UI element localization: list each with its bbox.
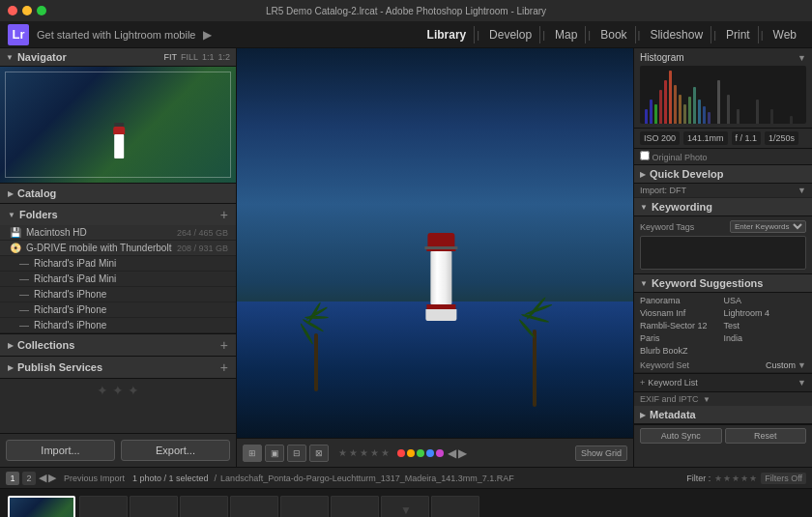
filter-star-4[interactable]: ★ [740,474,748,483]
survey-view-button[interactable]: ⊠ [309,445,329,462]
histogram-triangle[interactable]: ▼ [798,53,806,63]
folder-iphone-2[interactable]: — Richard's iPhone [0,302,236,318]
catalog-header[interactable]: ▶ Catalog [0,184,236,203]
histogram-header: Histogram ▼ [640,52,806,63]
filter-star-1[interactable]: ★ [714,474,722,483]
traffic-lights[interactable] [8,6,46,15]
original-photo-checkbox[interactable] [640,151,650,160]
navigator-header[interactable]: ▼ Navigator FIT FILL 1:1 1:2 [0,48,236,67]
keyword-tags-area[interactable] [640,236,806,270]
star-4[interactable]: ★ [370,447,379,458]
filter-star-2[interactable]: ★ [723,474,731,483]
folder-ipad-1[interactable]: — Richard's iPad Mini [0,256,236,272]
status-num-2[interactable]: 2 [22,472,36,485]
kw-test[interactable]: Test [724,320,807,331]
tab-book[interactable]: Book [593,26,635,43]
kw-paris[interactable]: Paris [640,332,723,344]
tab-print[interactable]: Print [718,26,759,43]
color-red[interactable] [397,449,405,457]
status-prev-arrow[interactable]: ◀ [39,472,46,484]
grid-view-button[interactable]: ⊞ [243,445,262,462]
publish-add-button[interactable]: + [220,360,228,374]
film-mini-6[interactable] [331,496,379,517]
film-mini-8[interactable] [431,496,479,517]
film-mini-5[interactable] [280,496,329,517]
next-arrow[interactable]: ▶ [458,446,467,460]
prev-arrow[interactable]: ◀ [448,446,456,460]
folder-macintosh-hd[interactable]: 💾 Macintosh HD 264 / 465 GB [0,225,236,241]
exif-edit-dropdown[interactable]: ▼ [703,395,710,404]
hist-bar-green-1 [654,104,657,124]
nav-fit[interactable]: FIT [163,52,177,62]
keyword-list-tab[interactable]: + Keyword List ▼ [634,374,812,391]
folders-header[interactable]: ▼ Folders + [0,204,236,225]
kw-lightroom4[interactable]: Lightroom 4 [724,307,807,319]
maximize-button[interactable] [37,6,46,15]
nav-fill[interactable]: FILL [181,52,198,62]
folder-iphone-3[interactable]: — Richard's iPhone [0,318,236,333]
navigator-preview[interactable] [0,67,236,183]
nav-1to1[interactable]: 1:1 [202,52,215,62]
collections-add-button[interactable]: + [220,338,228,352]
main-photo-area[interactable] [237,48,633,438]
color-green[interactable] [417,449,424,457]
tab-library[interactable]: Library [420,26,476,43]
kw-viosnam[interactable]: Viosnam Inf [640,307,723,319]
film-mini-3[interactable] [180,496,228,517]
qd-triangle: ▶ [640,170,646,179]
film-mini-1[interactable] [79,496,128,517]
film-mini-4[interactable] [230,496,278,517]
tab-map[interactable]: Map [547,26,586,43]
folder-ipad-2[interactable]: — Richard's iPad Mini [0,272,236,287]
keyword-suggestions-header[interactable]: ▼ Keyword Suggestions [634,274,812,293]
status-num-1[interactable]: 1 [6,472,19,485]
color-yellow[interactable] [407,449,415,457]
kw-usa[interactable]: USA [724,295,807,306]
quick-develop-header[interactable]: ▶ Quick Develop [634,165,812,184]
tab-slideshow[interactable]: Slideshow [642,26,711,43]
star-3[interactable]: ★ [360,447,368,458]
color-purple[interactable] [436,449,444,457]
collections-header[interactable]: ▶ Collections + [0,334,236,356]
kw-blurb[interactable]: Blurb BookZ [640,345,723,357]
minimize-button[interactable] [22,6,32,15]
color-blue[interactable] [426,449,434,457]
keywording-header[interactable]: ▼ Keywording [634,198,812,216]
filter-star-3[interactable]: ★ [732,474,740,483]
nav-1to2[interactable]: 1:2 [218,52,230,62]
kw-rambli[interactable]: Rambli-Sector 12 [640,320,723,331]
compare-view-button[interactable]: ⊟ [287,445,306,462]
folder-gdrive[interactable]: 📀 G-DRIVE mobile with Thunderbolt 208 / … [0,241,236,256]
metadata-header[interactable]: ▶ Metadata [634,406,812,424]
title-bar: LR5 Demo Catalog-2.lrcat - Adobe Photosh… [0,0,812,21]
hist-bar-white-4 [756,100,759,124]
folder-iphone-1[interactable]: — Richard's iPhone [0,287,236,302]
keyword-set-dropdown[interactable]: ▼ [798,360,806,370]
qd-dropdown[interactable]: ▼ [798,186,806,195]
folders-add-button[interactable]: + [220,208,228,221]
kw-india[interactable]: India [724,332,807,344]
export-button[interactable]: Export... [121,440,230,461]
kw-panorama[interactable]: Panorama [640,295,723,306]
filmstrip-thumb-selected[interactable] [8,496,75,517]
filters-off-button[interactable]: Filters Off [761,473,806,484]
import-button[interactable]: Import... [6,440,115,461]
close-button[interactable] [8,6,17,15]
show-grid-button[interactable]: Show Grid [575,445,627,461]
star-2[interactable]: ★ [349,447,358,458]
auto-sync-button[interactable]: Auto Sync [640,428,722,444]
navigator-section: ▼ Navigator FIT FILL 1:1 1:2 [0,48,236,184]
star-1[interactable]: ★ [338,447,347,458]
mobile-arrow[interactable]: ▶ [203,28,212,42]
loupe-view-button[interactable]: ▣ [265,445,284,462]
publish-services-header[interactable]: ▶ Publish Services + [0,357,236,378]
filter-star-5[interactable]: ★ [749,474,757,483]
mobile-label[interactable]: Get started with Lightroom mobile [37,29,195,41]
keyword-tags-dropdown[interactable]: Enter Keywords [730,220,806,233]
status-next-arrow[interactable]: ▶ [48,472,56,484]
tab-develop[interactable]: Develop [481,26,540,43]
star-5[interactable]: ★ [381,447,390,458]
reset-button[interactable]: Reset [725,428,807,444]
tab-web[interactable]: Web [766,26,804,43]
film-mini-2[interactable] [130,496,178,517]
